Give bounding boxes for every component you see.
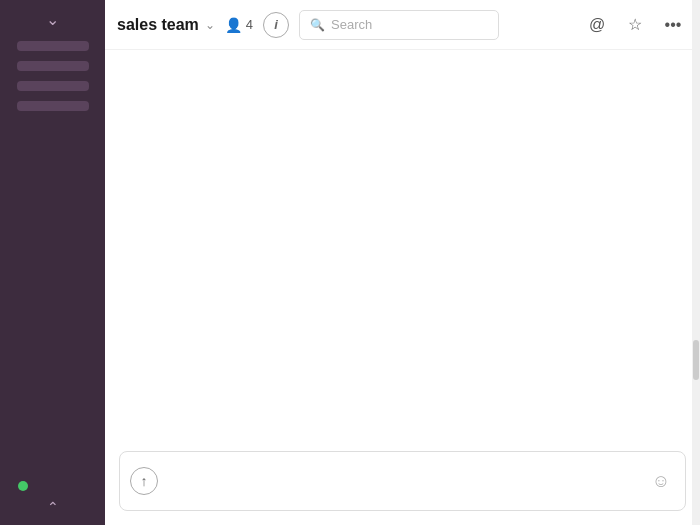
upload-button[interactable]: ↑ (130, 467, 158, 495)
members-count[interactable]: 👤 4 (225, 17, 253, 33)
sidebar-collapse-icon[interactable]: ⌄ (46, 10, 59, 29)
message-text-input[interactable] (166, 473, 639, 489)
header-actions: @ ☆ ••• (582, 10, 688, 40)
search-placeholder-text: Search (331, 17, 372, 32)
sidebar-bottom: ⌃ (0, 481, 105, 515)
at-mention-button[interactable]: @ (582, 10, 612, 40)
channel-header: sales team ⌄ 👤 4 i 🔍 Search @ ☆ ••• (105, 0, 700, 50)
channel-chevron-icon[interactable]: ⌄ (205, 18, 215, 32)
scrollbar-thumb[interactable] (693, 340, 699, 380)
emoji-button[interactable]: ☺ (647, 467, 675, 495)
sidebar-skeleton-1 (17, 41, 89, 51)
more-options-button[interactable]: ••• (658, 10, 688, 40)
message-area (105, 50, 700, 451)
main-content: sales team ⌄ 👤 4 i 🔍 Search @ ☆ ••• ↑ (105, 0, 700, 525)
search-icon: 🔍 (310, 18, 325, 32)
main-wrapper: sales team ⌄ 👤 4 i 🔍 Search @ ☆ ••• ↑ (105, 0, 700, 525)
sidebar-expand-icon[interactable]: ⌃ (47, 499, 59, 515)
sidebar-skeleton-2 (17, 61, 89, 71)
sidebar-skeleton-3 (17, 81, 89, 91)
search-box[interactable]: 🔍 Search (299, 10, 499, 40)
channel-title: sales team (117, 16, 199, 34)
online-status-indicator (18, 481, 28, 491)
members-number: 4 (246, 17, 253, 32)
message-input-area: ↑ ☺ (119, 451, 686, 511)
star-button[interactable]: ☆ (620, 10, 650, 40)
channel-title-wrap: sales team ⌄ (117, 16, 215, 34)
sidebar: ⌄ ⌃ (0, 0, 105, 525)
info-button[interactable]: i (263, 12, 289, 38)
sidebar-skeleton-4 (17, 101, 89, 111)
members-icon: 👤 (225, 17, 242, 33)
scrollbar-track[interactable] (692, 0, 700, 525)
